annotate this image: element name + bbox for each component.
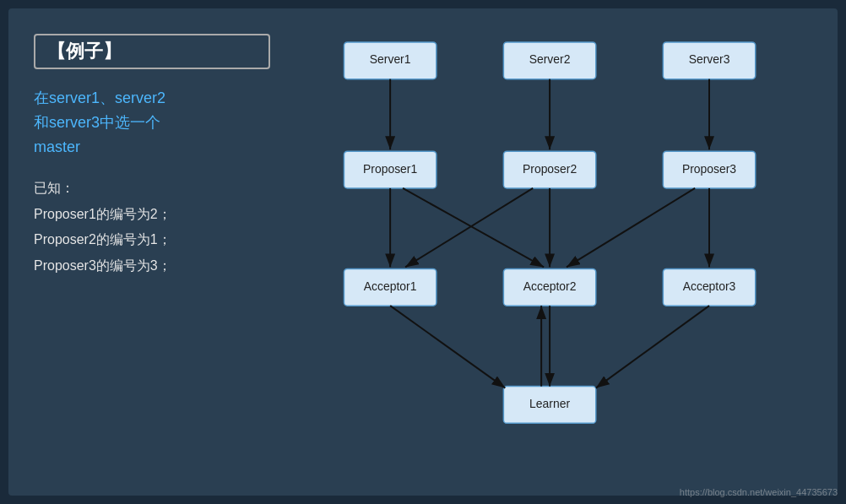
proposer1-label: Proposer1 [363, 162, 417, 176]
acceptor1-label: Acceptor1 [364, 279, 417, 293]
acceptor3-label: Acceptor3 [683, 279, 736, 293]
right-panel: Server1 Server2 Server3 Proposer1 Propos… [296, 8, 838, 496]
server2-label: Server2 [529, 52, 571, 66]
acceptor2-label: Acceptor2 [523, 279, 577, 293]
example-description: 在server1、server2和server3中选一个master [34, 86, 270, 159]
server3-label: Server3 [689, 52, 730, 66]
known-item-2: Proposer2的编号为1； [34, 232, 171, 247]
paxos-diagram: Server1 Server2 Server3 Proposer1 Propos… [304, 25, 821, 479]
arrow-a1-learner [390, 306, 505, 387]
arrow-a3-learner [596, 306, 709, 387]
known-item-1: Proposer1的编号为2； [34, 207, 171, 221]
known-item-3: Proposer3的编号为3； [34, 258, 171, 273]
known-section: 已知： Proposer1的编号为2； Proposer2的编号为1； Prop… [34, 176, 270, 279]
example-title: 【例子】 [34, 34, 270, 69]
arrow-p3-a2 [567, 188, 695, 267]
proposer2-label: Proposer2 [523, 162, 577, 176]
left-panel: 【例子】 在server1、server2和server3中选一个master … [8, 8, 296, 496]
learner-label: Learner [529, 397, 570, 410]
main-content: 【例子】 在server1、server2和server3中选一个master … [8, 8, 838, 496]
proposer3-label: Proposer3 [682, 162, 736, 176]
watermark: https://blog.csdn.net/weixin_44735673 [680, 487, 838, 497]
server1-label: Server1 [370, 52, 411, 66]
known-title: 已知： [34, 181, 74, 195]
